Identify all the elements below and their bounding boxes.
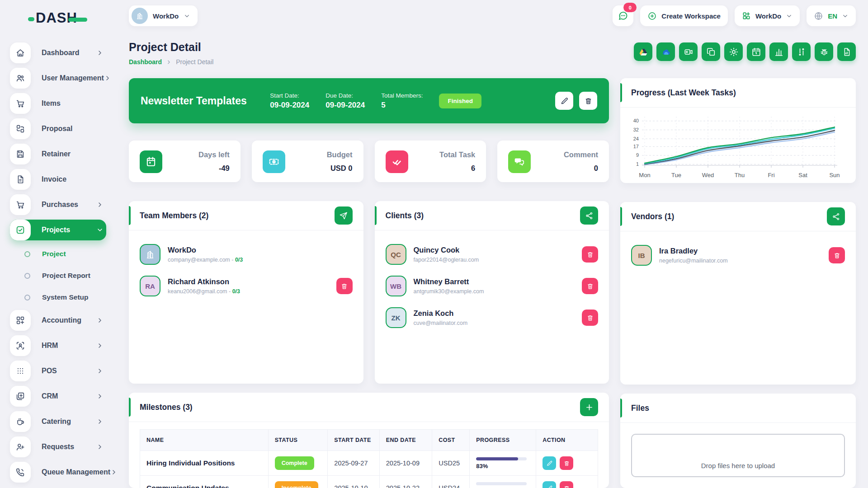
plus-icon xyxy=(585,403,594,412)
sidebar-item-dashboard[interactable]: Dashboard xyxy=(10,42,106,63)
sidebar: DASH DashboardUser ManagementItemsPropos… xyxy=(0,0,115,488)
edit-milestone-button[interactable] xyxy=(542,481,556,488)
svg-text:Mon: Mon xyxy=(639,172,650,178)
sidebar-item-pos[interactable]: POS xyxy=(10,361,106,381)
sidebar-item-requests[interactable]: Requests xyxy=(10,436,106,457)
app-menu-button[interactable]: WorkDo xyxy=(735,5,800,26)
sidebar-item-items[interactable]: Items xyxy=(10,93,106,114)
sidebar-item-invoice[interactable]: Invoice xyxy=(10,169,106,190)
milestone-status-badge: Incomplete xyxy=(275,481,318,488)
sidebar-item-proposal[interactable]: Proposal xyxy=(10,118,106,139)
sidebar-subitem-project-report[interactable]: Project Report xyxy=(10,267,106,285)
svg-text:40: 40 xyxy=(633,118,639,123)
delete-whitney-barrett-button[interactable] xyxy=(582,278,598,294)
sidebar-item-label: Catering xyxy=(42,418,96,426)
create-workspace-button[interactable]: Create Workspace xyxy=(640,5,728,26)
toolbar-google-drive-button[interactable] xyxy=(634,42,652,61)
pos-icon xyxy=(10,361,31,381)
bullet-icon xyxy=(24,273,30,279)
sidebar-item-label: Requests xyxy=(42,443,96,451)
page-title: Project Detail xyxy=(129,41,213,54)
stat-label: Comment xyxy=(564,150,598,159)
left-column: Newsletter Templates Start Date: 09-09-2… xyxy=(129,78,609,488)
toolbar-kanban-button[interactable] xyxy=(792,42,811,61)
chevron-right-icon xyxy=(166,59,172,65)
toolbar-settings-button[interactable] xyxy=(724,42,743,61)
toolbar-chart-button[interactable] xyxy=(769,42,788,61)
stat-label: Budget xyxy=(327,150,353,159)
milestone-start-date: 2025-09-27 xyxy=(328,451,379,476)
svg-text:Wed: Wed xyxy=(702,172,714,178)
breadcrumb-dashboard-link[interactable]: Dashboard xyxy=(129,58,162,66)
start-date-value: 09-09-2024 xyxy=(270,101,309,110)
trash-icon xyxy=(586,251,594,258)
milestone-cost: USD24 xyxy=(432,476,470,488)
chevron-down-icon xyxy=(96,226,104,234)
file-dropzone[interactable]: Drop files here to upload xyxy=(631,434,845,477)
task-ratio: 0/3 xyxy=(235,257,243,263)
share-clients-button[interactable] xyxy=(580,206,598,225)
progress-percent: 83% xyxy=(476,463,529,469)
col-action: ACTION xyxy=(536,430,598,451)
sidebar-item-label: Dashboard xyxy=(42,49,96,57)
sidebar-item-retainer[interactable]: Retainer xyxy=(10,144,106,164)
sidebar-subitem-system-setup[interactable]: System Setup xyxy=(10,288,106,306)
total-members-label: Total Members: xyxy=(381,92,423,99)
edit-project-button[interactable] xyxy=(555,92,573,110)
topbar: WorkDo 0 Create Workspace WorkDo EN xyxy=(129,5,856,26)
share-vendors-button[interactable] xyxy=(827,207,845,225)
delete-zenia-koch-button[interactable] xyxy=(582,310,598,326)
chevron-right-icon xyxy=(96,443,104,450)
user-management-icon xyxy=(10,68,31,89)
sidebar-item-queue-management[interactable]: Queue Management xyxy=(10,462,106,483)
total-members-value: 5 xyxy=(381,101,423,110)
sidebar-item-crm[interactable]: CRM xyxy=(10,386,106,407)
team-members-list: WorkDocompany@example.com - 0/3RARichard… xyxy=(129,230,363,302)
workspace-selector[interactable]: WorkDo xyxy=(129,5,198,26)
delete-project-button[interactable] xyxy=(579,92,597,110)
progress-bar xyxy=(476,482,527,485)
trash-icon xyxy=(584,97,593,105)
col-start-date: START DATE xyxy=(328,430,379,451)
crm-icon xyxy=(10,386,31,407)
add-milestone-button[interactable] xyxy=(580,398,598,416)
calendar-icon xyxy=(751,47,761,57)
avatar: RA xyxy=(140,276,160,296)
person-email: antgrumik30@example.com xyxy=(414,288,484,295)
list-item-workdo: WorkDocompany@example.com - 0/3 xyxy=(129,239,363,270)
delete-ira-bradley-button[interactable] xyxy=(829,247,845,263)
delete-quincy-cook-button[interactable] xyxy=(582,246,598,263)
avatar: WB xyxy=(386,276,406,296)
sidebar-item-user-management[interactable]: User Management xyxy=(10,68,106,89)
toolbar-onedrive-button[interactable] xyxy=(656,42,675,61)
messages-button[interactable]: 0 xyxy=(613,5,633,26)
sidebar-item-accounting[interactable]: Accounting xyxy=(10,310,106,331)
status-badge: Finished xyxy=(439,94,481,108)
chevron-right-icon xyxy=(96,201,104,208)
plus-circle-icon xyxy=(647,11,657,21)
progress-bar xyxy=(476,457,527,460)
col-cost: COST xyxy=(432,430,470,451)
globe-icon xyxy=(814,11,823,21)
delete-milestone-button[interactable] xyxy=(560,456,573,470)
toolbar-bug-button[interactable] xyxy=(815,42,833,61)
toolbar-copy-button[interactable] xyxy=(702,42,720,61)
sidebar-subitem-project[interactable]: Project xyxy=(10,245,106,263)
edit-milestone-button[interactable] xyxy=(542,456,556,470)
delete-richard-atkinson-button[interactable] xyxy=(336,278,353,294)
sidebar-item-catering[interactable]: Catering xyxy=(10,411,106,432)
sidebar-item-purchases[interactable]: Purchases xyxy=(10,194,106,215)
sidebar-item-projects[interactable]: Projects xyxy=(10,220,106,240)
progress-chart-title: Progress (Last Week Tasks) xyxy=(631,88,736,98)
invite-member-button[interactable] xyxy=(335,206,353,225)
milestone-name: Hiring Individual Positions xyxy=(146,459,235,467)
toolbar-video-plus-button[interactable] xyxy=(679,42,698,61)
toolbar-calendar-button[interactable] xyxy=(747,42,765,61)
toolbar-report-button[interactable] xyxy=(837,42,856,61)
clients-title: Clients (3) xyxy=(386,211,424,221)
language-selector[interactable]: EN xyxy=(807,5,856,26)
person-email: fapor22014@oglerau.com xyxy=(414,257,479,263)
delete-milestone-button[interactable] xyxy=(560,481,573,488)
purchases-icon xyxy=(10,194,31,215)
sidebar-item-hrm[interactable]: HRM xyxy=(10,335,106,356)
